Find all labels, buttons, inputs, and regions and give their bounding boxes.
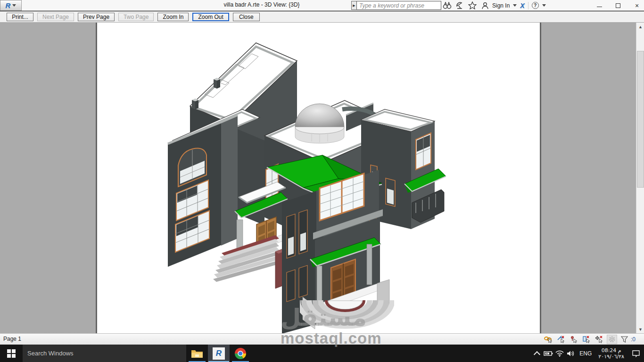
windows-taskbar: Search Windows R <box>0 345 644 362</box>
select-pinned-icon[interactable] <box>569 335 579 344</box>
wifi-icon[interactable] <box>554 345 565 362</box>
settings-gear-icon <box>607 335 617 344</box>
file-explorer-icon <box>191 348 203 359</box>
help-chevron-icon[interactable] <box>542 4 546 7</box>
help-icon[interactable]: ? <box>532 2 539 9</box>
minimize-button[interactable] <box>596 2 603 9</box>
scrollbar-thumb[interactable] <box>637 51 644 188</box>
window-controls: × <box>596 0 640 11</box>
clock-date: ٢٠١٩/٠٦/٢٨ <box>598 354 624 360</box>
next-page-button: Next Page <box>37 13 74 21</box>
scroll-down-button[interactable]: ▼ <box>636 325 644 333</box>
separator <box>528 2 528 9</box>
print-preview-canvas: ▲ ▼ <box>0 23 644 333</box>
sign-in-chevron-icon[interactable] <box>513 4 517 7</box>
exchange-apps-icon[interactable]: X <box>520 2 524 9</box>
close-preview-button[interactable]: Close <box>233 13 260 21</box>
villa-3d-model <box>97 23 540 333</box>
zoom-out-button[interactable]: Zoom Out <box>192 13 229 21</box>
communication-center-icon[interactable] <box>455 1 464 10</box>
taskbar-search[interactable]: Search Windows <box>23 345 186 362</box>
keyword-search-input[interactable] <box>356 1 441 10</box>
clock[interactable]: 08:24 م ٢٠١٩/٠٦/٢٨ <box>594 347 628 360</box>
sign-in-button[interactable]: Sign In <box>492 2 510 9</box>
prev-page-button[interactable]: Prev Page <box>78 13 115 21</box>
taskbar-apps: R <box>186 345 251 362</box>
titlebar-icons: Sign In X ? <box>442 0 546 11</box>
chrome-icon <box>235 348 246 359</box>
scroll-up-button[interactable]: ▲ <box>636 23 644 31</box>
status-bar: Page 1 <box>0 333 644 345</box>
language-indicator[interactable]: ENG <box>577 350 594 357</box>
start-button[interactable] <box>0 345 23 362</box>
taskbar-search-placeholder: Search Windows <box>27 350 74 357</box>
filter-icon[interactable] <box>619 335 630 344</box>
system-tray: ENG 08:24 م ٢٠١٩/٠٦/٢٨ <box>531 345 644 362</box>
restore-button[interactable] <box>615 2 621 9</box>
windows-logo-icon <box>7 349 16 358</box>
page-indicator: Page 1 <box>3 336 21 342</box>
two-page-button: Two Page <box>118 13 154 21</box>
search-go-button[interactable]: ▶ <box>351 1 356 10</box>
taskbar-file-explorer[interactable] <box>186 345 208 362</box>
title-bar: R villa badr A.rte - 3D View: {3D} ▶ <box>0 0 644 11</box>
print-button[interactable]: Print... <box>7 13 33 21</box>
user-icon[interactable] <box>480 1 490 10</box>
help-search: ▶ <box>351 1 441 10</box>
drag-elements-icon[interactable] <box>594 335 604 344</box>
app-menu-button[interactable]: R <box>0 0 22 11</box>
volume-icon[interactable] <box>565 345 577 362</box>
clock-time: 08:24 م <box>602 347 621 354</box>
tray-chevron-up-icon[interactable] <box>531 345 543 362</box>
filter-count: :0 <box>631 336 636 343</box>
revit-icon: R <box>213 347 225 360</box>
select-underlay-icon[interactable] <box>556 335 566 344</box>
preview-page <box>96 23 541 333</box>
selection-toggles: :0 <box>543 334 636 345</box>
taskbar-revit[interactable]: R <box>208 345 230 362</box>
select-links-icon[interactable] <box>543 335 553 344</box>
chevron-down-icon <box>12 4 16 7</box>
search-binoculars-icon[interactable] <box>442 1 452 10</box>
close-window-button[interactable]: × <box>634 2 640 9</box>
action-center-icon[interactable] <box>628 345 644 362</box>
battery-icon[interactable] <box>543 345 554 362</box>
select-by-face-icon[interactable] <box>581 335 592 344</box>
zoom-in-button[interactable]: Zoom In <box>157 13 189 21</box>
revit-logo-icon: R <box>6 1 11 9</box>
taskbar-chrome[interactable] <box>230 345 251 362</box>
print-preview-toolbar: Print... Next Page Prev Page Two Page Zo… <box>0 11 644 23</box>
favorites-star-icon[interactable] <box>468 1 477 10</box>
vertical-scrollbar[interactable]: ▲ ▼ <box>636 23 644 333</box>
